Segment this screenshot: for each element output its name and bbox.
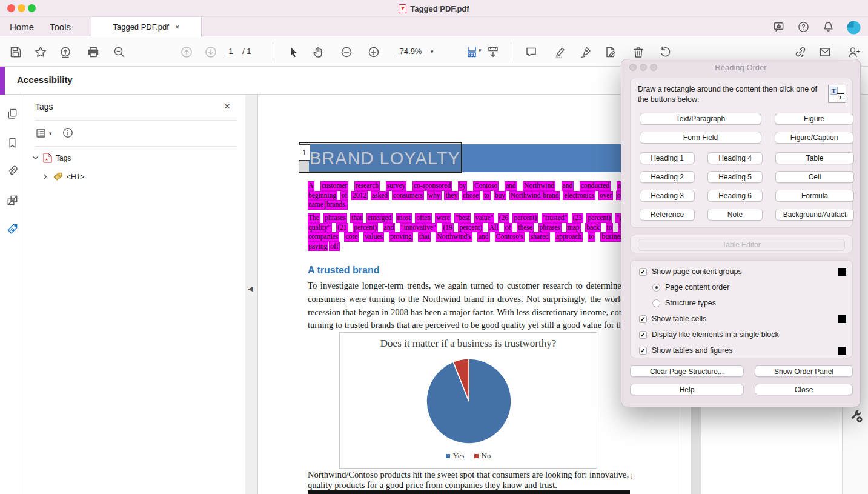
link-icon[interactable] [793,45,807,59]
attachments-icon[interactable] [6,165,19,178]
reading-order-region-number: 1 [299,144,310,161]
tags-panel-title: Tags [35,102,53,112]
checkbox-icon[interactable] [639,347,647,355]
document-subheading: A trusted brand [308,265,380,276]
tab-document-label: Tagged PDF.pdf [113,22,169,32]
zoom-in-icon[interactable] [367,45,380,59]
zoom-out-icon[interactable] [340,45,353,59]
chevron-down-icon[interactable] [31,154,39,162]
trash-icon[interactable] [632,45,645,59]
option-show-page-content-groups[interactable]: Show page content groups [639,266,846,277]
feedback-icon[interactable] [772,21,785,33]
info-icon[interactable] [62,127,74,139]
table-button[interactable]: Table [775,152,854,164]
legend-yes-swatch [446,454,450,458]
cell-button[interactable]: Cell [775,171,854,183]
next-page-icon [204,45,217,59]
text-paragraph-button[interactable]: Text/Paragraph [640,113,761,125]
save-icon[interactable] [9,45,22,59]
option-structure-types[interactable]: Structure types [652,298,846,309]
zoom-level-value[interactable]: 74.9% [397,47,425,56]
tags-panel-close-icon[interactable]: × [224,101,230,113]
reference-button[interactable]: Reference [640,209,695,221]
checkbox-icon[interactable] [639,331,647,339]
show-order-panel-button[interactable]: Show Order Panel [755,365,853,377]
option-page-content-order[interactable]: Page content order [652,282,846,293]
figure-caption-button[interactable]: Figure/Caption [775,132,853,144]
reading-order-selection[interactable] [299,142,462,173]
chevron-right-icon[interactable] [41,173,49,181]
content-icon[interactable] [6,194,19,207]
heading-3-button[interactable]: Heading 3 [640,190,695,202]
hand-tool-icon[interactable] [311,45,325,59]
comment-icon[interactable] [525,45,538,59]
tab-document[interactable]: Tagged PDF.pdf × [91,17,202,37]
tags-tree-root-row[interactable]: Tags [31,153,71,163]
pdf-file-icon [43,153,52,163]
checkbox-icon[interactable] [639,315,647,323]
tools-wrench-icon[interactable] [849,409,863,423]
tab-home[interactable]: Home [7,17,36,36]
highlight-color-swatch[interactable] [838,347,846,355]
heading-1-button[interactable]: Heading 1 [640,152,695,164]
option-show-table-cells[interactable]: Show table cells [639,313,846,324]
tab-tools[interactable]: Tools [47,17,73,36]
bookmarks-icon[interactable] [6,136,19,149]
radio-icon[interactable] [652,284,660,292]
zoom-dropdown-caret-icon[interactable]: ▾ [431,48,434,55]
collapse-panel-icon[interactable]: ◀ [248,285,253,293]
tagged-paragraph: Thephrasesthatemergedmostoftenwere"bestv… [308,213,625,251]
tags-icon[interactable] [6,222,19,235]
heading-4-button[interactable]: Heading 4 [707,152,763,164]
fit-dropdown-caret-icon[interactable]: ▾ [479,47,482,53]
help-button[interactable]: Help [630,384,744,395]
star-icon[interactable] [34,45,47,59]
tags-root-label: Tags [56,154,71,162]
option-show-tables-figures[interactable]: Show tables and figures [639,345,846,356]
undo-icon[interactable] [658,45,672,59]
page-thumbnails-icon[interactable] [6,107,19,120]
tags-tree-h1-row[interactable]: <H1> [41,172,84,181]
heading-2-button[interactable]: Heading 2 [640,171,695,183]
add-user-icon[interactable] [847,45,860,59]
formula-button[interactable]: Formula [775,190,854,202]
edit-page-icon[interactable] [604,45,617,59]
search-icon[interactable] [113,45,126,59]
page-number-input[interactable]: 1 [224,47,237,56]
print-icon[interactable] [87,45,100,59]
form-field-button[interactable]: Form Field [640,132,761,144]
dialog-title-bar[interactable]: Reading Order [621,59,860,75]
option-display-like-elements[interactable]: Display like elements in a single block [639,329,846,340]
checkbox-icon[interactable] [639,268,647,276]
dialog-close-button[interactable] [629,64,637,71]
clear-page-structure-button[interactable]: Clear Page Structure... [630,365,744,377]
table-editor-group: Table Editor [630,235,853,253]
bell-icon[interactable] [822,21,835,33]
radio-icon[interactable] [652,299,660,307]
chart-title: Does it matter if a business is trustwor… [339,338,597,350]
highlight-color-swatch[interactable] [838,315,846,323]
close-button[interactable]: Close [755,384,853,395]
panel-resize-gutter[interactable] [245,95,258,494]
help-icon[interactable] [797,21,810,33]
dialog-instruction: Draw a rectangle around the content then… [638,84,820,105]
avatar[interactable] [847,21,861,35]
sign-icon[interactable] [579,45,592,59]
highlight-icon[interactable] [553,45,566,59]
scroll-mode-icon[interactable] [486,45,500,59]
list-options-caret-icon[interactable]: ▾ [49,130,52,136]
list-options-icon[interactable] [35,127,47,139]
reading-order-dialog[interactable]: Reading Order Draw a rectangle around th… [621,59,861,407]
heading-5-button[interactable]: Heading 5 [707,171,763,183]
select-cursor-icon[interactable] [287,45,300,59]
email-icon[interactable] [818,45,832,59]
note-button[interactable]: Note [707,209,763,221]
close-tab-icon[interactable]: × [175,22,180,32]
heading-6-button[interactable]: Heading 6 [707,190,763,202]
fit-width-icon[interactable] [465,45,479,59]
highlight-color-swatch[interactable] [838,268,846,276]
structure-buttons-group: Draw a rectangle around the content then… [630,78,853,228]
background-artifact-button[interactable]: Background/Artifact [775,209,854,221]
share-upload-icon[interactable] [59,45,72,59]
figure-button[interactable]: Figure [775,113,853,125]
